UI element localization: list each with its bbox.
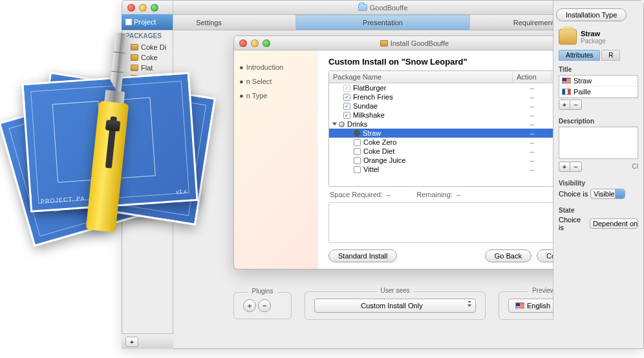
installer-preview-window: Install GoodBouffe ●Introduction ●n Sele… xyxy=(233,36,596,269)
sidebar-tab-bar: Project xyxy=(122,14,173,30)
installer-close-button[interactable] xyxy=(239,39,247,47)
package-row[interactable]: Drinks– xyxy=(329,120,584,129)
plugins-legend: Plugins xyxy=(248,288,277,295)
checkbox[interactable] xyxy=(343,103,350,110)
package-name: FlatBurger xyxy=(353,84,386,92)
package-action: – xyxy=(513,84,552,92)
usersees-popup[interactable]: Custom Install Only xyxy=(314,299,476,313)
col-package-name[interactable]: Package Name xyxy=(329,71,513,83)
state-label: State xyxy=(559,207,638,214)
package-table: Package Name Action Size FlatBurger–Fren… xyxy=(328,70,585,187)
package-row[interactable]: Coke Diet– xyxy=(329,147,584,156)
checkbox[interactable] xyxy=(343,94,350,101)
title-locale-table: Straw Paille xyxy=(559,75,638,98)
add-description-button[interactable]: + xyxy=(559,162,570,172)
package-action: – xyxy=(513,165,552,173)
package-action: – xyxy=(513,102,552,110)
inspector-tab-attributes[interactable]: Attributes xyxy=(559,50,600,61)
package-action: – xyxy=(513,120,552,128)
inspector-title-section: Title Straw Paille + − xyxy=(553,61,643,112)
add-package-button[interactable]: + xyxy=(125,337,138,347)
package-name: French Fries xyxy=(353,93,393,101)
usersees-legend: User sees xyxy=(376,287,413,294)
installer-title: Install GoodBouffe xyxy=(270,39,559,47)
checkbox[interactable] xyxy=(354,148,361,155)
remove-plugin-button[interactable]: − xyxy=(258,299,271,312)
state-popup[interactable]: Dependent on Oth xyxy=(590,218,638,229)
package-action: – xyxy=(513,156,552,164)
blueprint-label: PROJECT: PA xyxy=(41,195,85,205)
sidebar-footer: + xyxy=(122,333,173,349)
package-row[interactable]: Coke Zero– xyxy=(329,138,584,147)
package-name: Milkshake xyxy=(353,111,385,119)
remove-description-button[interactable]: − xyxy=(570,162,582,172)
visibility-popup[interactable]: Visible xyxy=(590,189,625,199)
installer-step: ●n Select xyxy=(239,78,313,85)
checkbox[interactable] xyxy=(354,166,361,173)
package-row[interactable]: French Fries– xyxy=(329,92,584,101)
blueprint-version: v1.x xyxy=(176,188,187,195)
package-name: Coke Diet xyxy=(363,147,394,155)
visibility-label: Visibility xyxy=(559,180,638,187)
go-back-button[interactable]: Go Back xyxy=(485,249,531,262)
title-add-remove: + − xyxy=(559,100,638,110)
package-row[interactable]: Sundae– xyxy=(329,101,584,111)
blueprint-artwork: PROJECT: PA v1.x xyxy=(13,65,220,271)
inspector-state-section: State Choice is Dependent on Oth xyxy=(553,202,643,234)
installer-minimize-button[interactable] xyxy=(251,39,259,47)
installer-steps-sidebar: ●Introduction ●n Select ●n Type xyxy=(234,50,318,269)
standard-install-button[interactable]: Standard Install xyxy=(328,249,397,262)
inspector-description-section: Description + − Cl xyxy=(553,112,643,174)
sidebar-tab-project[interactable]: Project xyxy=(125,18,156,26)
package-row[interactable]: Milkshake– xyxy=(329,111,584,120)
title-row[interactable]: Straw xyxy=(559,76,638,87)
inspector-visibility-section: Visibility Choice is Visible xyxy=(553,174,643,202)
checkbox[interactable] xyxy=(343,85,350,92)
tab-presentation[interactable]: Presentation xyxy=(296,15,470,30)
package-row[interactable]: Vittel– xyxy=(329,165,584,174)
checkbox[interactable] xyxy=(354,139,361,146)
bottom-controls: Plugins ＋ − User sees Custom Install Onl… xyxy=(233,291,596,320)
installer-title-text: Install GoodBouffe xyxy=(391,39,449,47)
inspector-tab-other[interactable]: R xyxy=(601,50,620,61)
description-textarea[interactable] xyxy=(559,127,638,159)
package-box-icon xyxy=(559,29,577,45)
clear-label[interactable]: Cl xyxy=(632,163,638,170)
package-name: Coke Zero xyxy=(363,138,396,146)
package-action: – xyxy=(513,147,552,155)
installer-space-info: Space Required: – Remaining: – xyxy=(328,187,585,202)
package-row[interactable]: Orange Juice– xyxy=(329,156,584,165)
inspector-panel: Installation Type Straw Package Attribut… xyxy=(553,1,643,320)
checkbox[interactable] xyxy=(354,157,361,164)
visibility-choice-label: Choice is xyxy=(559,190,588,198)
package-name: Orange Juice xyxy=(363,156,405,164)
state-choice-label: Choice is xyxy=(559,216,587,231)
title-row[interactable]: Paille xyxy=(559,87,638,98)
inspector-tabs: Attributes R xyxy=(559,50,643,61)
remove-title-button[interactable]: − xyxy=(570,100,582,110)
package-row[interactable]: FlatBurger– xyxy=(329,83,584,92)
disclosure-triangle-icon[interactable] xyxy=(332,123,338,126)
disk-icon xyxy=(339,121,345,127)
flag-icon xyxy=(562,78,571,84)
gear-icon xyxy=(354,130,360,136)
installation-type-button[interactable]: Installation Type xyxy=(556,8,627,21)
package-row[interactable]: Straw– xyxy=(329,129,584,138)
installer-zoom-button[interactable] xyxy=(263,39,270,47)
add-plugin-button[interactable]: ＋ xyxy=(243,299,256,312)
installer-window-controls xyxy=(234,39,270,47)
package-action: – xyxy=(513,129,552,137)
add-title-button[interactable]: + xyxy=(559,100,570,110)
inspector-item-kind: Package xyxy=(581,37,606,45)
installer-step: ●Introduction xyxy=(239,63,313,71)
checkbox[interactable] xyxy=(343,112,350,119)
folder-icon xyxy=(358,4,367,11)
package-name: Straw xyxy=(363,129,381,137)
installer-buttons: Standard Install Go Back Continue xyxy=(328,243,585,262)
flag-icon xyxy=(515,302,524,309)
package-name: Drinks xyxy=(347,120,367,128)
package-action: – xyxy=(513,93,552,101)
document-icon xyxy=(125,19,132,25)
col-action[interactable]: Action xyxy=(513,71,552,83)
package-name: Sundae xyxy=(353,102,378,110)
